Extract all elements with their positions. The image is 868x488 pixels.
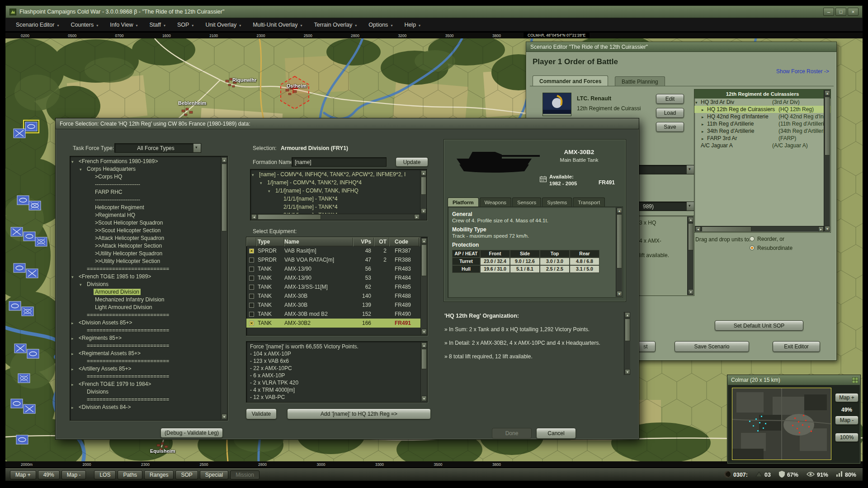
equipment-checkbox[interactable]	[249, 312, 254, 317]
tree-item[interactable]: <Division Assets 84->	[70, 404, 220, 411]
tree-item[interactable]: -------------------------	[70, 181, 220, 188]
validate-button[interactable]: Validate	[246, 408, 277, 419]
header-code[interactable]: Code	[389, 237, 419, 246]
edit-commander-button[interactable]: Edit	[656, 94, 684, 104]
equipment-checkbox[interactable]	[249, 249, 254, 253]
minimap-menu-icon[interactable]	[852, 377, 858, 383]
window-titlebar[interactable]: Flashpoint Campaigns Cold War - 3.0.0.98…	[5, 5, 863, 18]
unit-counter[interactable]	[22, 307, 33, 316]
header-vps[interactable]: VPs	[353, 237, 374, 246]
unit-tab[interactable]: Platform	[448, 197, 479, 206]
oob-tree-item[interactable]: 34th Reg d'Artillerie(34th Reg d'Artille…	[694, 127, 830, 135]
tree-item[interactable]: ==========================	[70, 373, 220, 380]
scrollbar-thumb[interactable]	[625, 319, 630, 341]
unit-tab[interactable]: Weapons	[480, 197, 511, 206]
minimap-titlebar[interactable]: Colmar (20 x 15 km)	[727, 375, 860, 385]
equipment-row[interactable]: TANK AMX-30B 140 FR488	[246, 291, 421, 300]
tree-item[interactable]: Helicopter Regiment	[70, 204, 220, 211]
vertical-scrollbar[interactable]: ▲ ▼	[221, 157, 227, 420]
scrollbar-thumb[interactable]	[421, 349, 427, 369]
scroll-down-icon[interactable]: ▼	[688, 289, 693, 295]
tree-item[interactable]: <Division Assets 85+>	[70, 319, 220, 327]
scroll-up-icon[interactable]: ▲	[625, 312, 630, 318]
oob-tree-item[interactable]: HQ 42nd Reg d'Infanterie(HQ 42nd Reg d'I…	[694, 113, 830, 120]
cancel-button[interactable]: Cancel	[536, 428, 576, 439]
status-button[interactable]: SOP	[175, 470, 198, 479]
unit-counter[interactable]	[27, 349, 39, 358]
unit-counter[interactable]	[17, 196, 29, 205]
menu-item[interactable]: Info View	[104, 19, 143, 31]
oob-tree-item[interactable]: HQ 3rd Ar Div(3rd Ar Div)	[694, 99, 830, 106]
scroll-up-icon[interactable]: ▲	[825, 90, 830, 96]
radio-reorder[interactable]	[750, 236, 755, 241]
tree-item[interactable]: >Utility Helicopter Squadron	[70, 250, 220, 258]
formation-template-tree[interactable]: <French Formations 1980-1989>Corps Headq…	[70, 156, 228, 421]
tree-item[interactable]: ==========================	[70, 357, 220, 365]
exit-editor-button[interactable]: Exit Editor	[773, 341, 820, 352]
done-button[interactable]: Done	[492, 428, 532, 439]
update-button[interactable]: Update	[396, 157, 428, 167]
scroll-down-icon[interactable]: ▼	[222, 414, 227, 419]
unit-tab[interactable]: Transport	[573, 197, 605, 206]
scroll-up-icon[interactable]: ▲	[421, 170, 426, 176]
tree-item[interactable]: <French TO&E 1985 to 1989>	[70, 273, 220, 281]
scroll-up-icon[interactable]: ▲	[421, 343, 427, 348]
formation-tree-item[interactable]: 2/1/1/[name] - TANK*4	[250, 203, 420, 211]
header-type[interactable]: Type	[256, 237, 284, 246]
scroll-down-icon[interactable]: ▼	[421, 208, 426, 214]
maximize-icon[interactable]: □	[835, 8, 846, 16]
tree-item[interactable]: Corps Headquarters	[70, 165, 220, 173]
vertical-scrollbar[interactable]: ▲ ▼	[420, 238, 427, 335]
scroll-left-icon[interactable]: ◄	[695, 226, 701, 232]
vertical-scrollbar[interactable]: ▲ ▼	[616, 207, 622, 297]
oob-tree-item[interactable]: FARP 3rd Ar(FARP)	[694, 135, 830, 142]
equipment-row[interactable]: SPRDR VAB VOA RATAC[m] 47 2 FR388	[246, 255, 421, 264]
equipment-row[interactable]: TANK AMX-30B 139 FR489	[246, 300, 421, 310]
dropdown-arrow-icon[interactable]	[686, 202, 694, 211]
menu-item[interactable]: Terrain Overlay	[308, 19, 363, 31]
equipment-row[interactable]: TANK AMX-13/SS-11[M] 62 FR485	[246, 282, 421, 291]
scrollbar-thumb[interactable]	[421, 244, 427, 276]
formation-tree-item[interactable]: 1/[name] - COMV*4, TANK*2, INFHQ*4	[250, 178, 420, 187]
equipment-row[interactable]: TANK AMX-13/90 53 FR484	[246, 273, 421, 282]
save-commander-button[interactable]: Save	[656, 122, 684, 132]
tree-item[interactable]: Mechanized Infantry Division	[70, 296, 220, 304]
tree-item[interactable]: >>Attack Helicopter Section	[70, 242, 220, 250]
tree-item[interactable]: ==========================	[70, 342, 220, 350]
unit-counter[interactable]	[14, 129, 25, 138]
force-worth-box[interactable]: Force '[name]' is worth 66,555 Victory P…	[246, 341, 428, 403]
tree-item[interactable]: Divisions	[70, 388, 220, 396]
status-button[interactable]: LOS	[94, 470, 116, 479]
scrollbar-thumb[interactable]	[258, 214, 321, 220]
unit-counter[interactable]	[14, 263, 25, 272]
unit-counter[interactable]	[16, 435, 28, 444]
equipment-row[interactable]: TANK AMX-30B2 166 FR491	[246, 319, 421, 328]
unit-counter[interactable]	[11, 227, 23, 236]
minimap-zoom-in-button[interactable]: Map +	[835, 393, 859, 402]
dropdown-arrow-icon[interactable]	[193, 144, 201, 152]
menu-item[interactable]: Unit Overlay	[199, 19, 247, 31]
tree-item[interactable]: <French TO&E 1979 to 1984>	[70, 380, 220, 388]
unit-counter[interactable]	[24, 232, 35, 241]
scrollbar-thumb[interactable]	[702, 226, 751, 232]
tree-item[interactable]: FARP RHC	[70, 188, 220, 196]
scrollbar-thumb[interactable]	[617, 214, 622, 268]
minimap-zoom-full-button[interactable]: 100%	[835, 433, 859, 442]
scroll-down-icon[interactable]: ▼	[625, 369, 630, 375]
unit-counter[interactable]	[24, 404, 35, 413]
menu-item[interactable]: Multi-Unit Overlay	[247, 19, 308, 31]
tree-item[interactable]: >>Scout Helicopter Section	[70, 227, 220, 235]
vertical-scrollbar[interactable]: ▲ ▼	[824, 90, 830, 232]
horizontal-scrollbar[interactable]: ◄ ►	[695, 226, 824, 232]
set-default-unit-sop-button[interactable]: Set Default Unit SOP	[715, 320, 803, 331]
dropdown-arrow-icon[interactable]	[686, 165, 694, 174]
scroll-right-icon[interactable]: ►	[818, 226, 824, 232]
scroll-right-icon[interactable]: ►	[414, 214, 420, 220]
tree-item[interactable]: <French Formations 1980-1989>	[70, 158, 220, 165]
unit-counter[interactable]	[35, 237, 47, 246]
scroll-left-icon[interactable]: ◄	[251, 214, 257, 220]
oob-tree[interactable]: 12th Regiment de Cuirassiers HQ 3rd Ar D…	[694, 89, 831, 233]
minimap-zoom-out-button[interactable]: Map -	[835, 416, 859, 425]
unit-tab[interactable]: Systems	[542, 197, 572, 206]
header-ot[interactable]: OT	[374, 237, 389, 246]
